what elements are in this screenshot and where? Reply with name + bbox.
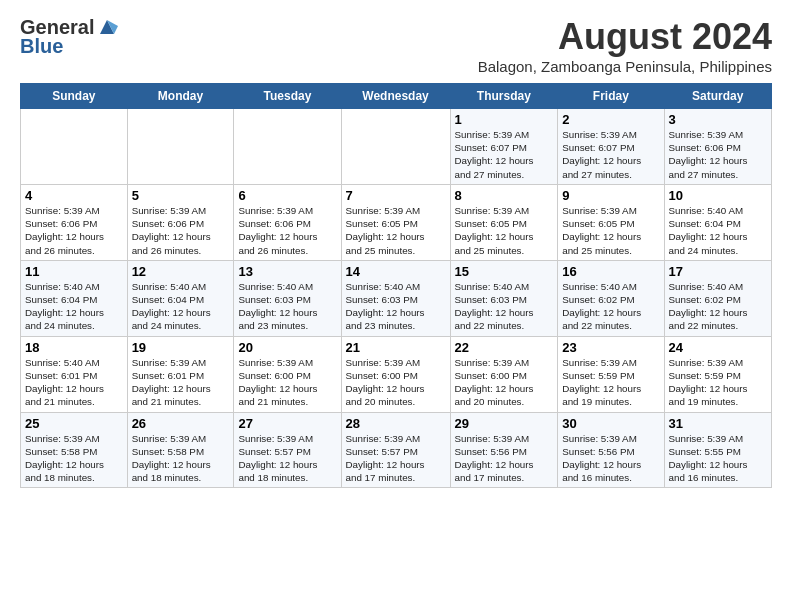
day-cell: 17Sunrise: 5:40 AM Sunset: 6:02 PM Dayli… [664,260,772,336]
week-row-3: 11Sunrise: 5:40 AM Sunset: 6:04 PM Dayli… [21,260,772,336]
week-row-1: 1Sunrise: 5:39 AM Sunset: 6:07 PM Daylig… [21,109,772,185]
day-number: 14 [346,264,446,279]
day-cell: 29Sunrise: 5:39 AM Sunset: 5:56 PM Dayli… [450,412,558,488]
day-number: 1 [455,112,554,127]
day-cell: 25Sunrise: 5:39 AM Sunset: 5:58 PM Dayli… [21,412,128,488]
week-row-5: 25Sunrise: 5:39 AM Sunset: 5:58 PM Dayli… [21,412,772,488]
day-info: Sunrise: 5:39 AM Sunset: 6:00 PM Dayligh… [238,356,336,409]
page-header: General Blue August 2024 Balagon, Zamboa… [20,16,772,75]
day-info: Sunrise: 5:39 AM Sunset: 5:59 PM Dayligh… [669,356,768,409]
day-info: Sunrise: 5:40 AM Sunset: 6:02 PM Dayligh… [669,280,768,333]
day-info: Sunrise: 5:40 AM Sunset: 6:03 PM Dayligh… [455,280,554,333]
day-info: Sunrise: 5:39 AM Sunset: 5:57 PM Dayligh… [346,432,446,485]
day-number: 10 [669,188,768,203]
day-number: 8 [455,188,554,203]
day-cell: 22Sunrise: 5:39 AM Sunset: 6:00 PM Dayli… [450,336,558,412]
day-number: 19 [132,340,230,355]
day-number: 4 [25,188,123,203]
day-number: 5 [132,188,230,203]
day-info: Sunrise: 5:39 AM Sunset: 6:05 PM Dayligh… [346,204,446,257]
day-info: Sunrise: 5:39 AM Sunset: 6:06 PM Dayligh… [669,128,768,181]
day-number: 25 [25,416,123,431]
day-number: 21 [346,340,446,355]
day-number: 16 [562,264,659,279]
calendar-header: SundayMondayTuesdayWednesdayThursdayFrid… [21,84,772,109]
day-cell: 8Sunrise: 5:39 AM Sunset: 6:05 PM Daylig… [450,184,558,260]
week-row-2: 4Sunrise: 5:39 AM Sunset: 6:06 PM Daylig… [21,184,772,260]
day-number: 28 [346,416,446,431]
day-cell [234,109,341,185]
day-number: 6 [238,188,336,203]
day-cell: 1Sunrise: 5:39 AM Sunset: 6:07 PM Daylig… [450,109,558,185]
day-cell: 30Sunrise: 5:39 AM Sunset: 5:56 PM Dayli… [558,412,664,488]
day-cell: 2Sunrise: 5:39 AM Sunset: 6:07 PM Daylig… [558,109,664,185]
day-info: Sunrise: 5:40 AM Sunset: 6:02 PM Dayligh… [562,280,659,333]
weekday-header-friday: Friday [558,84,664,109]
day-cell: 16Sunrise: 5:40 AM Sunset: 6:02 PM Dayli… [558,260,664,336]
day-info: Sunrise: 5:40 AM Sunset: 6:04 PM Dayligh… [669,204,768,257]
day-cell: 7Sunrise: 5:39 AM Sunset: 6:05 PM Daylig… [341,184,450,260]
day-cell: 20Sunrise: 5:39 AM Sunset: 6:00 PM Dayli… [234,336,341,412]
day-cell: 21Sunrise: 5:39 AM Sunset: 6:00 PM Dayli… [341,336,450,412]
weekday-header-wednesday: Wednesday [341,84,450,109]
weekday-header-row: SundayMondayTuesdayWednesdayThursdayFrid… [21,84,772,109]
day-info: Sunrise: 5:39 AM Sunset: 6:01 PM Dayligh… [132,356,230,409]
day-number: 15 [455,264,554,279]
weekday-header-tuesday: Tuesday [234,84,341,109]
logo-blue-text: Blue [20,35,63,58]
day-info: Sunrise: 5:39 AM Sunset: 6:00 PM Dayligh… [346,356,446,409]
day-info: Sunrise: 5:39 AM Sunset: 5:59 PM Dayligh… [562,356,659,409]
page-title: August 2024 [478,16,772,58]
day-number: 26 [132,416,230,431]
day-info: Sunrise: 5:39 AM Sunset: 5:58 PM Dayligh… [132,432,230,485]
day-info: Sunrise: 5:39 AM Sunset: 6:05 PM Dayligh… [455,204,554,257]
logo: General Blue [20,16,118,58]
day-cell: 12Sunrise: 5:40 AM Sunset: 6:04 PM Dayli… [127,260,234,336]
day-info: Sunrise: 5:40 AM Sunset: 6:04 PM Dayligh… [25,280,123,333]
day-number: 2 [562,112,659,127]
day-info: Sunrise: 5:39 AM Sunset: 5:56 PM Dayligh… [562,432,659,485]
day-number: 18 [25,340,123,355]
day-cell: 24Sunrise: 5:39 AM Sunset: 5:59 PM Dayli… [664,336,772,412]
day-cell [21,109,128,185]
day-info: Sunrise: 5:39 AM Sunset: 5:58 PM Dayligh… [25,432,123,485]
day-info: Sunrise: 5:40 AM Sunset: 6:03 PM Dayligh… [238,280,336,333]
day-cell: 19Sunrise: 5:39 AM Sunset: 6:01 PM Dayli… [127,336,234,412]
day-info: Sunrise: 5:39 AM Sunset: 6:07 PM Dayligh… [455,128,554,181]
day-number: 7 [346,188,446,203]
day-number: 24 [669,340,768,355]
day-number: 3 [669,112,768,127]
day-number: 12 [132,264,230,279]
weekday-header-thursday: Thursday [450,84,558,109]
day-number: 11 [25,264,123,279]
day-cell: 3Sunrise: 5:39 AM Sunset: 6:06 PM Daylig… [664,109,772,185]
day-info: Sunrise: 5:39 AM Sunset: 5:57 PM Dayligh… [238,432,336,485]
day-number: 29 [455,416,554,431]
page-subtitle: Balagon, Zamboanga Peninsula, Philippine… [478,58,772,75]
week-row-4: 18Sunrise: 5:40 AM Sunset: 6:01 PM Dayli… [21,336,772,412]
calendar-body: 1Sunrise: 5:39 AM Sunset: 6:07 PM Daylig… [21,109,772,488]
day-number: 22 [455,340,554,355]
day-info: Sunrise: 5:39 AM Sunset: 5:56 PM Dayligh… [455,432,554,485]
day-number: 23 [562,340,659,355]
day-cell: 11Sunrise: 5:40 AM Sunset: 6:04 PM Dayli… [21,260,128,336]
day-info: Sunrise: 5:39 AM Sunset: 6:06 PM Dayligh… [238,204,336,257]
day-cell: 28Sunrise: 5:39 AM Sunset: 5:57 PM Dayli… [341,412,450,488]
day-cell: 10Sunrise: 5:40 AM Sunset: 6:04 PM Dayli… [664,184,772,260]
logo-icon [96,16,118,36]
day-cell: 4Sunrise: 5:39 AM Sunset: 6:06 PM Daylig… [21,184,128,260]
day-info: Sunrise: 5:39 AM Sunset: 6:05 PM Dayligh… [562,204,659,257]
day-info: Sunrise: 5:40 AM Sunset: 6:03 PM Dayligh… [346,280,446,333]
day-number: 30 [562,416,659,431]
day-info: Sunrise: 5:40 AM Sunset: 6:01 PM Dayligh… [25,356,123,409]
day-cell: 26Sunrise: 5:39 AM Sunset: 5:58 PM Dayli… [127,412,234,488]
day-info: Sunrise: 5:40 AM Sunset: 6:04 PM Dayligh… [132,280,230,333]
day-info: Sunrise: 5:39 AM Sunset: 6:06 PM Dayligh… [25,204,123,257]
day-cell: 31Sunrise: 5:39 AM Sunset: 5:55 PM Dayli… [664,412,772,488]
day-number: 20 [238,340,336,355]
day-cell: 6Sunrise: 5:39 AM Sunset: 6:06 PM Daylig… [234,184,341,260]
weekday-header-monday: Monday [127,84,234,109]
day-cell: 18Sunrise: 5:40 AM Sunset: 6:01 PM Dayli… [21,336,128,412]
weekday-header-saturday: Saturday [664,84,772,109]
day-cell [341,109,450,185]
